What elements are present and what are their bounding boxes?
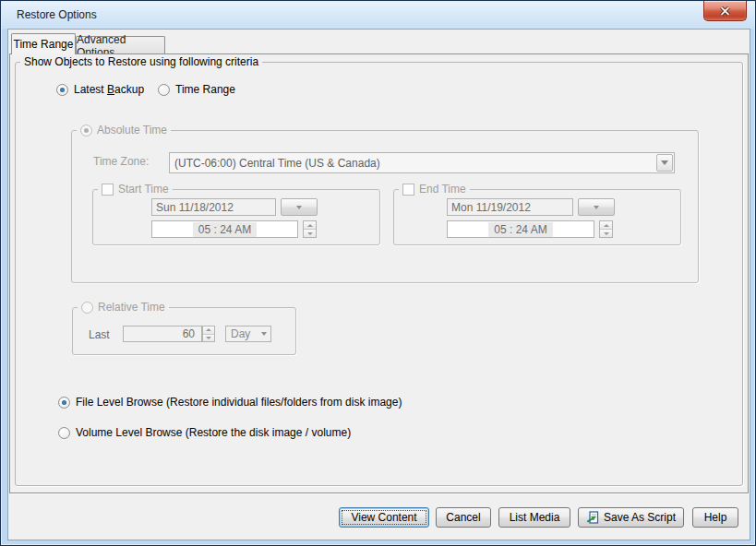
end-date-dropdown-button[interactable] [578, 198, 615, 216]
cancel-label: Cancel [446, 511, 480, 524]
start-date-value: Sun 11/18/2012 [156, 201, 234, 214]
close-icon [720, 6, 730, 16]
help-label: Help [704, 511, 727, 524]
start-time-checkbox[interactable] [102, 184, 114, 196]
time-range-option[interactable]: Time Range [158, 83, 235, 96]
spin-up-icon[interactable] [203, 326, 214, 335]
save-as-script-label: Save As Script [604, 511, 676, 524]
file-level-browse-option[interactable]: File Level Browse (Restore individual fi… [58, 396, 402, 409]
start-time-spinner[interactable] [303, 220, 317, 238]
view-content-button[interactable]: View Content [339, 507, 429, 528]
latest-backup-radio[interactable] [56, 84, 68, 96]
dropdown-arrow-icon [296, 206, 302, 209]
end-time-checkbox[interactable] [402, 184, 414, 196]
relative-time-option[interactable]: Relative Time [78, 301, 169, 314]
tab-advanced-options[interactable]: Advanced Options [76, 36, 165, 54]
spin-down-icon[interactable] [600, 230, 612, 237]
start-time-option[interactable]: Start Time [98, 183, 173, 196]
title-bar: Restore Options [2, 2, 754, 29]
end-time-option[interactable]: End Time [399, 183, 470, 196]
volume-level-browse-label: Volume Level Browse (Restore the disk im… [76, 426, 351, 439]
view-content-label: View Content [351, 511, 416, 524]
close-button[interactable] [703, 1, 747, 21]
file-level-browse-radio[interactable] [58, 397, 70, 409]
start-date-dropdown-button[interactable] [281, 198, 318, 216]
spin-up-icon[interactable] [600, 221, 612, 230]
time-zone-combobox[interactable]: (UTC-06:00) Central Time (US & Canada) [169, 152, 675, 173]
window-title: Restore Options [17, 8, 97, 21]
relative-time-radio[interactable] [81, 302, 93, 314]
save-as-script-button[interactable]: Save As Script [578, 507, 684, 528]
relative-value-field[interactable]: 60 [123, 326, 202, 342]
end-time-spinner[interactable] [599, 220, 613, 238]
start-date-field[interactable]: Sun 11/18/2012 [151, 198, 276, 216]
dropdown-arrow-icon [594, 206, 599, 209]
help-button[interactable]: Help [692, 507, 738, 528]
absolute-time-radio[interactable] [80, 125, 92, 136]
start-time-field[interactable]: 05 : 24 AM [151, 220, 298, 238]
time-range-radio[interactable] [158, 84, 170, 96]
list-media-button[interactable]: List Media [498, 507, 570, 528]
list-media-label: List Media [510, 511, 560, 524]
end-date-value: Mon 11/19/2012 [451, 201, 531, 214]
volume-level-browse-radio[interactable] [58, 427, 70, 439]
criteria-group-title: Show Objects to Restore using following … [20, 55, 262, 69]
end-time-value: 05 : 24 AM [488, 222, 552, 237]
time-zone-value: (UTC-06:00) Central Time (US & Canada) [170, 153, 655, 172]
time-zone-label: Time Zone: [93, 155, 149, 168]
absolute-time-label: Absolute Time [97, 124, 167, 136]
absolute-time-option[interactable]: Absolute Time [77, 124, 171, 136]
latest-backup-label: Latest Backup [74, 83, 144, 96]
tab-label: Time Range [14, 38, 74, 51]
relative-value: 60 [183, 327, 195, 340]
end-time-field[interactable]: 05 : 24 AM [447, 220, 594, 238]
tab-time-range[interactable]: Time Range [11, 33, 76, 54]
start-time-value: 05 : 24 AM [193, 222, 257, 237]
time-zone-dropdown-icon[interactable] [656, 154, 673, 172]
cancel-button[interactable]: Cancel [436, 507, 491, 528]
end-time-label: End Time [419, 183, 466, 196]
relative-unit-combobox[interactable]: Day [225, 326, 271, 342]
spin-down-icon[interactable] [304, 230, 316, 237]
latest-backup-option[interactable]: Latest Backup [56, 83, 144, 96]
spin-down-icon[interactable] [203, 335, 214, 342]
last-label: Last [89, 328, 110, 341]
restore-options-dialog: Restore Options Time Range Advanced Opti… [0, 0, 756, 546]
save-as-script-icon [586, 511, 599, 524]
start-time-label: Start Time [118, 183, 169, 196]
time-range-label: Time Range [175, 83, 235, 96]
volume-level-browse-option[interactable]: Volume Level Browse (Restore the disk im… [58, 426, 351, 439]
spin-up-icon[interactable] [304, 221, 316, 230]
relative-unit-value: Day [226, 326, 261, 341]
end-date-field[interactable]: Mon 11/19/2012 [447, 198, 573, 216]
relative-value-spinner[interactable] [202, 326, 215, 342]
relative-time-label: Relative Time [98, 301, 165, 314]
unit-dropdown-icon [261, 326, 270, 341]
file-level-browse-label: File Level Browse (Restore individual fi… [76, 396, 402, 409]
